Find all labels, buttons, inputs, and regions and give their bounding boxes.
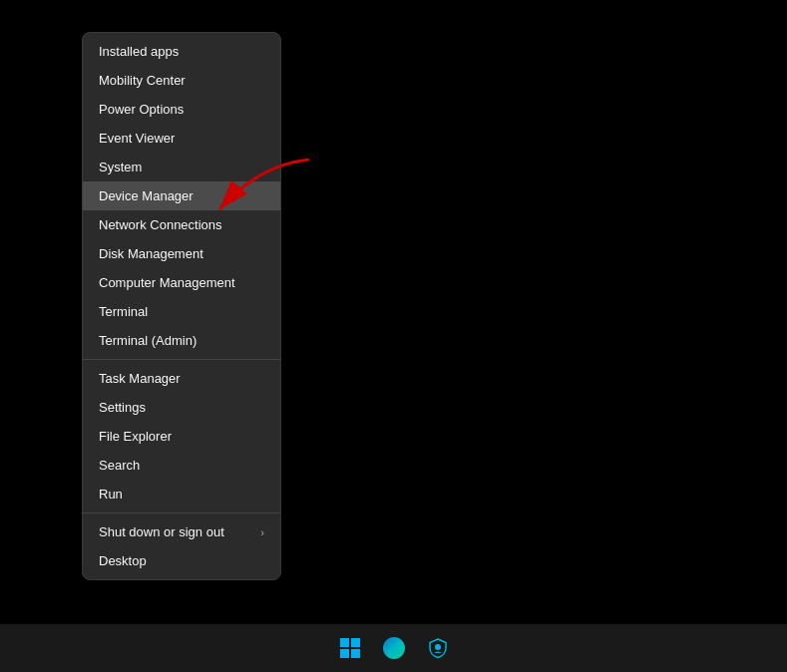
chevron-right-icon: › xyxy=(260,526,264,538)
menu-item-search[interactable]: Search xyxy=(83,451,280,480)
menu-item-installed-apps[interactable]: Installed apps xyxy=(83,37,280,66)
menu-item-computer-management[interactable]: Computer Management xyxy=(83,268,280,297)
menu-item-run[interactable]: Run xyxy=(83,480,280,508)
menu-item-event-viewer[interactable]: Event Viewer xyxy=(83,124,280,153)
separator-1 xyxy=(83,359,280,360)
svg-point-1 xyxy=(435,644,441,650)
menu-item-desktop[interactable]: Desktop xyxy=(83,546,280,575)
menu-item-shut-down[interactable]: Shut down or sign out › xyxy=(83,517,280,546)
menu-item-disk-management[interactable]: Disk Management xyxy=(83,239,280,268)
edge-icon xyxy=(383,637,405,659)
menu-item-terminal[interactable]: Terminal xyxy=(83,297,280,326)
menu-item-mobility-center[interactable]: Mobility Center xyxy=(83,66,280,95)
menu-item-terminal-admin[interactable]: Terminal (Admin) xyxy=(83,326,280,355)
context-menu: Installed apps Mobility Center Power Opt… xyxy=(82,32,281,580)
security-icon xyxy=(427,637,449,659)
menu-item-settings[interactable]: Settings xyxy=(83,393,280,422)
menu-item-network-connections[interactable]: Network Connections xyxy=(83,210,280,239)
menu-item-power-options[interactable]: Power Options xyxy=(83,95,280,124)
menu-item-device-manager[interactable]: Device Manager xyxy=(83,181,280,210)
taskbar xyxy=(0,624,787,672)
windows-logo-icon xyxy=(340,638,360,658)
security-button[interactable] xyxy=(420,630,456,666)
separator-2 xyxy=(83,512,280,513)
menu-item-system[interactable]: System xyxy=(83,153,280,181)
menu-item-file-explorer[interactable]: File Explorer xyxy=(83,422,280,451)
menu-item-task-manager[interactable]: Task Manager xyxy=(83,364,280,393)
start-button[interactable] xyxy=(332,630,368,666)
edge-button[interactable] xyxy=(376,630,412,666)
